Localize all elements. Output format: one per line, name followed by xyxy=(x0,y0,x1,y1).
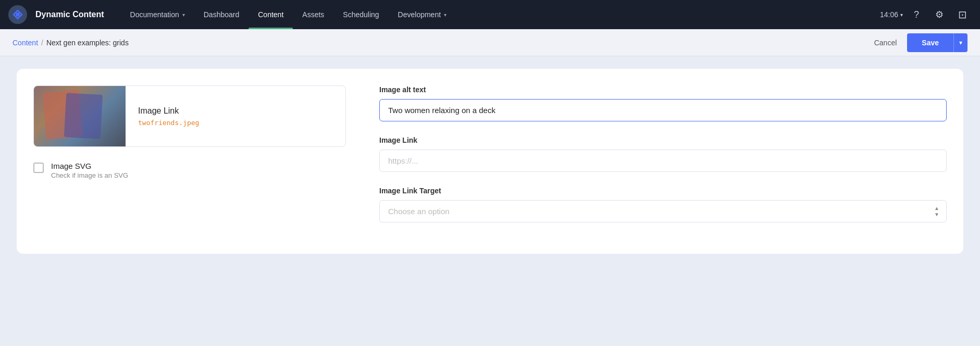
image-info: Image Link twofriends.jpeg xyxy=(126,98,212,135)
svg-check-title: Image SVG xyxy=(51,162,128,170)
svg-check-row: Image SVG Check if image is an SVG xyxy=(33,162,346,179)
top-nav: Dynamic Content Documentation ▾ Dashboar… xyxy=(0,0,980,29)
nav-dashboard[interactable]: Dashboard xyxy=(194,0,249,29)
nav-items: Documentation ▾ Dashboard Content Assets… xyxy=(121,0,880,29)
breadcrumb-bar: Content / Next gen examples: grids Cance… xyxy=(0,29,980,56)
image-card-name: Image Link xyxy=(138,106,199,116)
alt-text-label: Image alt text xyxy=(379,85,947,94)
alt-text-input[interactable] xyxy=(379,99,947,121)
nav-content[interactable]: Content xyxy=(249,0,293,29)
image-card-filename: twofriends.jpeg xyxy=(138,119,199,127)
image-link-target-label: Image Link Target xyxy=(379,187,947,195)
nav-right: 14:06 ▾ ? ⚙ ⊡ xyxy=(880,5,980,24)
svg-check-subtitle: Check if image is an SVG xyxy=(51,171,128,179)
svg-check-labels: Image SVG Check if image is an SVG xyxy=(51,162,128,179)
form-card: Image Link twofriends.jpeg Image SVG Che… xyxy=(17,69,963,254)
alt-text-group: Image alt text xyxy=(379,85,947,121)
cancel-button[interactable]: Cancel xyxy=(864,34,908,51)
settings-icon: ⚙ xyxy=(935,9,944,20)
breadcrumb-link-content[interactable]: Content xyxy=(13,39,38,47)
app-logo xyxy=(8,5,27,24)
help-button[interactable]: ? xyxy=(907,5,926,24)
image-thumbnail xyxy=(34,86,126,146)
breadcrumb-actions: Cancel Save ▾ xyxy=(864,33,967,52)
exit-icon: ⊡ xyxy=(958,8,967,21)
chevron-down-icon: ▾ xyxy=(959,39,962,46)
nav-development[interactable]: Development ▾ xyxy=(389,0,456,29)
nav-documentation[interactable]: Documentation ▾ xyxy=(121,0,194,29)
left-panel: Image Link twofriends.jpeg Image SVG Che… xyxy=(33,85,346,237)
exit-button[interactable]: ⊡ xyxy=(953,5,972,24)
link-target-wrapper: Choose an option _blank _self _parent _t… xyxy=(379,200,947,223)
image-link-group: Image Link xyxy=(379,136,947,172)
save-button-group: Save ▾ xyxy=(907,33,967,52)
save-button[interactable]: Save xyxy=(907,33,953,52)
nav-scheduling[interactable]: Scheduling xyxy=(333,0,388,29)
right-panel: Image alt text Image Link Image Link Tar… xyxy=(379,85,947,237)
breadcrumb-separator: / xyxy=(41,39,43,47)
image-link-label: Image Link xyxy=(379,136,947,144)
link-target-select[interactable]: Choose an option _blank _self _parent _t… xyxy=(379,200,947,223)
image-link-input[interactable] xyxy=(379,150,947,172)
svg-point-1 xyxy=(16,13,20,17)
breadcrumb: Content / Next gen examples: grids xyxy=(13,39,129,47)
svg-checkbox[interactable] xyxy=(33,163,44,173)
app-brand: Dynamic Content xyxy=(35,10,104,19)
settings-button[interactable]: ⚙ xyxy=(930,5,949,24)
breadcrumb-current: Next gen examples: grids xyxy=(46,39,129,47)
chevron-down-icon: ▾ xyxy=(444,12,446,18)
help-icon: ? xyxy=(914,9,919,20)
nav-assets[interactable]: Assets xyxy=(293,0,333,29)
nav-time: 14:06 ▾ xyxy=(880,10,903,19)
chevron-down-icon: ▾ xyxy=(182,12,185,18)
chevron-down-icon: ▾ xyxy=(900,12,903,18)
save-dropdown-button[interactable]: ▾ xyxy=(953,33,967,52)
main-content: Image Link twofriends.jpeg Image SVG Che… xyxy=(0,56,980,346)
image-link-target-group: Image Link Target Choose an option _blan… xyxy=(379,187,947,223)
image-card: Image Link twofriends.jpeg xyxy=(33,85,346,147)
